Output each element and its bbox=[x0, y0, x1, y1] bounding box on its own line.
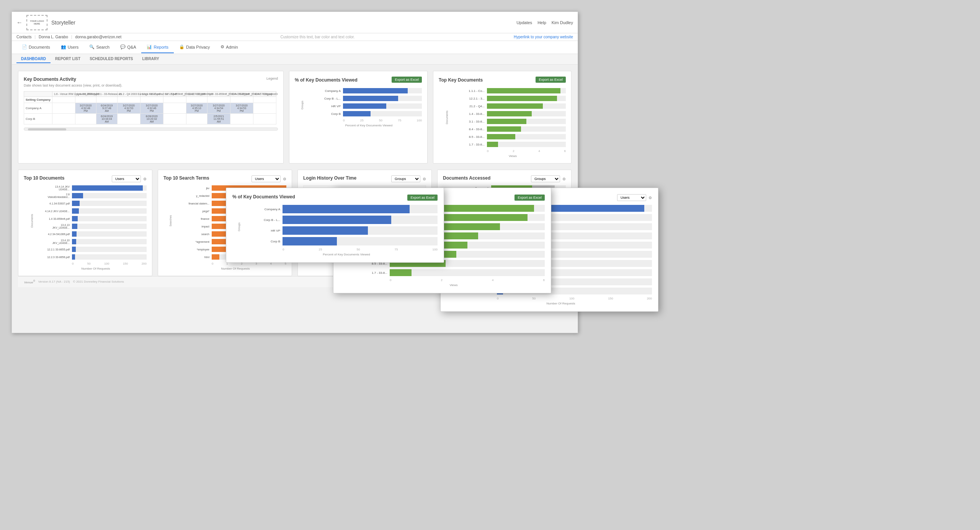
top10-chart: Documents 13.4.14 JKV LEASE... 2.8 Video… bbox=[24, 185, 147, 270]
doc-bar-6: 8.4 - 33-8... bbox=[460, 126, 566, 132]
search-icon: 🔍 bbox=[89, 44, 95, 49]
pct-key-docs-card: % of Key Documents Viewed Export as Exce… bbox=[289, 71, 428, 164]
top-key-docs-title: Top Key Documents bbox=[439, 77, 483, 83]
key-docs-subtitle: Date shows last key document access (vie… bbox=[24, 83, 122, 87]
reports-icon: 📊 bbox=[147, 44, 152, 49]
top10-docs-card: Top 10 Documents Users Groups Companies … bbox=[18, 170, 152, 276]
modal-top10-filter[interactable]: Users Groups Companies bbox=[617, 194, 646, 201]
login-gear-icon[interactable]: ⚙ bbox=[423, 177, 426, 181]
nav-users[interactable]: 👥 Users bbox=[56, 41, 84, 53]
modal-topkey-x-label: Views bbox=[363, 283, 545, 287]
doc-bar-4: 1.4 - 33-8... bbox=[460, 111, 566, 116]
privacy-icon: 🔒 bbox=[179, 44, 185, 49]
table-col-6: 1.7 - 33-859lnft_[REDACTED].pdf bbox=[163, 92, 186, 97]
docs-accessed-filter[interactable]: Groups Users Companies bbox=[531, 175, 560, 182]
docs-accessed-gear[interactable]: ⚙ bbox=[562, 177, 566, 181]
pct-x-axis-label: Percent of Key Documents Viewed bbox=[316, 124, 422, 127]
top10-gear-icon[interactable]: ⚙ bbox=[143, 177, 147, 181]
table-col-3: 3.1 - 33-Release.xls bbox=[96, 92, 117, 97]
modal-pct-export[interactable]: Export as Excel bbox=[407, 195, 438, 201]
top10-bar-7: 4.2 34-54106ft.pdf bbox=[45, 231, 147, 237]
updates-link[interactable]: Updates bbox=[516, 20, 532, 25]
subnav-scheduled[interactable]: SCHEDULED REPORTS bbox=[85, 55, 137, 63]
modal-pct-bar-1: Company A bbox=[255, 205, 438, 213]
table-col-4: 21.2 - Q4 2003 Earnings file 15.pdf bbox=[117, 92, 140, 97]
top10-bar-6: 13.4.13 JKV_LEASE... bbox=[45, 224, 147, 229]
legend-link[interactable]: Legend bbox=[266, 77, 278, 80]
hyperlink-text[interactable]: Hyperlink to your company website bbox=[514, 35, 573, 39]
modal-pct-x-label: Percent of Key Documents Viewed bbox=[255, 253, 438, 256]
top10-title: Top 10 Documents bbox=[24, 175, 64, 181]
pct-export-button[interactable]: Export as Excel bbox=[392, 77, 422, 83]
subnav-report-list[interactable]: REPORT LIST bbox=[51, 55, 85, 63]
brand-name: Venue® bbox=[24, 280, 35, 284]
help-link[interactable]: Help bbox=[537, 20, 546, 25]
nav-data-privacy[interactable]: 🔒 Data Privacy bbox=[174, 41, 215, 53]
nav-reports[interactable]: 📊 Reports bbox=[141, 41, 174, 53]
top-row: Key Documents Activity Date shows last k… bbox=[18, 71, 572, 164]
breadcrumb-email: donna.garabo@verizon.net bbox=[75, 35, 121, 39]
modal-topkey-export[interactable]: Export as Excel bbox=[514, 195, 545, 201]
top-key-docs-header: Top Key Documents Export as Excel bbox=[439, 77, 566, 85]
nav-qa[interactable]: 💬 Q&A bbox=[115, 41, 141, 53]
modal-top10-x-label: Number Of Requests bbox=[470, 302, 652, 305]
top10-header: Top 10 Documents Users Groups Companies … bbox=[24, 175, 147, 182]
breadcrumb-contacts[interactable]: Contacts bbox=[16, 35, 31, 39]
key-docs-title: Key Documents Activity bbox=[24, 77, 122, 82]
top10-bar-4: 4.14.2 JKV LEASE... bbox=[45, 208, 147, 214]
doc-bar-5: 3.1 - 33-8... bbox=[460, 119, 566, 124]
search-header: Top 10 Search Terms Users Groups Compani… bbox=[163, 175, 286, 182]
user-menu[interactable]: Kim Dudley bbox=[552, 20, 573, 25]
pct-y-axis-label: Groups bbox=[301, 101, 304, 110]
modal-pct-bar-chart: Company A Corp B - L... HR VP Corp B bbox=[255, 205, 438, 245]
nav-admin[interactable]: ⚙ Admin bbox=[215, 41, 243, 53]
top-key-docs-export[interactable]: Export as Excel bbox=[536, 77, 566, 83]
admin-icon: ⚙ bbox=[220, 44, 224, 49]
login-title: Login History Over Time bbox=[303, 175, 356, 181]
top-docs-x-label: Views bbox=[460, 154, 566, 158]
subnav-dashboard[interactable]: DASHBOARD bbox=[16, 55, 51, 63]
table-row: Company A 3/27/20204:32:48PM 6/24/20199:… bbox=[24, 103, 276, 114]
pct-bar-chart: Company A Corp B - L... HR VP Corp bbox=[316, 88, 422, 116]
nav-bar: 📄 Documents 👥 Users 🔍 Search 💬 Q&A 📊 Rep… bbox=[12, 41, 578, 54]
customize-text: Customize this text, bar color and text … bbox=[281, 35, 355, 39]
key-docs-table-wrapper: 1.6 - Venue IRM Upgrades_2021.pdf 1.4 - … bbox=[24, 91, 278, 124]
modal-topkey-bar-8: 1.7 - 33-8... bbox=[363, 269, 545, 276]
doc-bar-2: 12.2.1 - 3... bbox=[460, 96, 566, 101]
subnav-library[interactable]: LIBRARY bbox=[137, 55, 163, 63]
top10-bar-chart: 13.4.14 JKV LEASE... 2.8 VideoEmbedded..… bbox=[45, 185, 147, 260]
search-x-label: Number Of Requests bbox=[185, 267, 286, 270]
breadcrumb-left: Contacts | Donna L. Garabo | donna.garab… bbox=[16, 35, 121, 39]
modal-pct-title: % of Key Documents Viewed bbox=[232, 194, 295, 200]
nav-documents[interactable]: 📄 Documents bbox=[16, 41, 56, 53]
horizontal-scrollbar[interactable] bbox=[24, 128, 278, 131]
key-docs-table: 1.6 - Venue IRM Upgrades_2021.pdf 1.4 - … bbox=[24, 91, 278, 124]
modal-pct-bar-3: HR VP bbox=[255, 226, 438, 235]
bar-row-company-a: Company A bbox=[316, 88, 422, 93]
table-col-1: 1.6 - Venue IRM Upgrades_2021.pdf bbox=[52, 92, 75, 97]
top10-y-label: Documents bbox=[31, 214, 33, 227]
search-gear-icon[interactable]: ⚙ bbox=[283, 177, 286, 181]
doc-bar-1: 1.1.1 - Co... bbox=[460, 88, 566, 93]
search-filter-dropdown[interactable]: Users Groups Companies bbox=[252, 175, 281, 182]
top-key-docs-card: Top Key Documents Export as Excel Docume… bbox=[433, 71, 572, 164]
top10-bar-5: 1.4 33-859lnft.pdf bbox=[45, 216, 147, 221]
top-key-docs-chart: Documents 1.1.1 - Co... 12.2.1 - 3... 21… bbox=[439, 88, 566, 158]
qa-icon: 💬 bbox=[120, 44, 126, 49]
bar-row-corp-b-l: Corp B - L... bbox=[316, 96, 422, 101]
modal-pct-header: % of Key Documents Viewed Export as Exce… bbox=[232, 194, 438, 201]
users-icon: 👥 bbox=[61, 44, 66, 49]
title-bar: ← YOUR LOGO HERE Storyteller Updates Hel… bbox=[12, 12, 578, 33]
modal-pct-chart: Groups Company A Corp B - L... HR VP Cor… bbox=[232, 205, 438, 256]
modal-pct-key-docs: % of Key Documents Viewed Export as Exce… bbox=[226, 188, 444, 263]
table-row: Corp B 6/24/201910:34:04AM 8/28/202010:2… bbox=[24, 114, 276, 124]
top-docs-bar-chart: 1.1.1 - Co... 12.2.1 - 3... 21.2 - Q4... bbox=[460, 88, 566, 147]
nav-search[interactable]: 🔍 Search bbox=[84, 41, 115, 53]
login-header: Login History Over Time Groups Users Com… bbox=[303, 175, 426, 182]
modal-top10-gear[interactable]: ⚙ bbox=[648, 196, 652, 200]
login-filter-dropdown[interactable]: Groups Users Companies bbox=[391, 175, 420, 182]
app-title: Storyteller bbox=[51, 20, 516, 26]
breadcrumb-bar: Contacts | Donna L. Garabo | donna.garab… bbox=[12, 33, 578, 41]
back-button[interactable]: ← bbox=[16, 19, 23, 26]
top10-filter-dropdown[interactable]: Users Groups Companies bbox=[112, 175, 141, 182]
